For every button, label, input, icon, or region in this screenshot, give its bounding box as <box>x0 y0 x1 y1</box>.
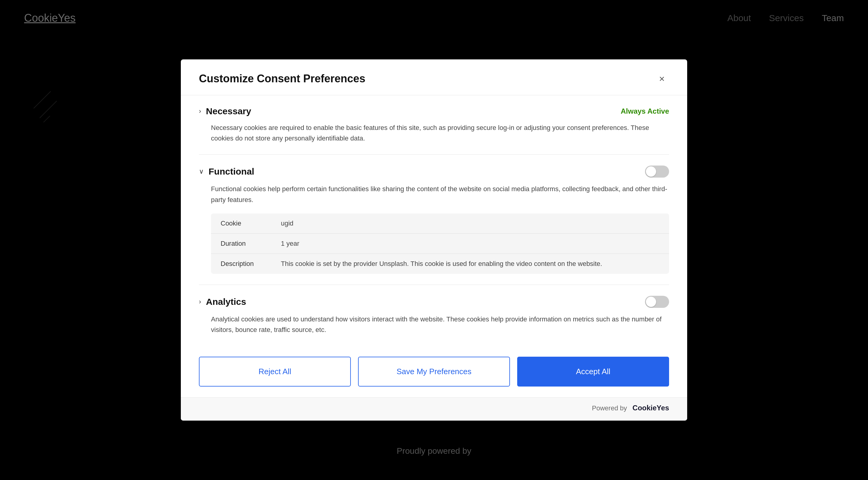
analytics-description: Analytical cookies are used to understan… <box>199 314 669 335</box>
section-functional: ∨ Functional Functional cookies help per… <box>199 155 669 284</box>
accept-all-button[interactable]: Accept All <box>517 357 669 387</box>
section-analytics-header: › Analytics <box>199 296 669 308</box>
cookie-label-cookie: Cookie <box>221 219 281 227</box>
section-necessary: › Necessary Always Active Necessary cook… <box>199 95 669 155</box>
powered-by-brand: CookieYes <box>632 404 669 412</box>
consent-modal: Customize Consent Preferences × › Necess… <box>181 59 687 421</box>
analytics-title: Analytics <box>206 297 246 307</box>
reject-all-button[interactable]: Reject All <box>199 357 351 387</box>
functional-cookie-table: Cookie ugid Duration 1 year Description … <box>211 213 669 274</box>
section-functional-header: ∨ Functional <box>199 166 669 178</box>
analytics-toggle[interactable] <box>645 296 669 308</box>
bottom-powered-text: Proudly powered by <box>397 446 471 456</box>
functional-description: Functional cookies help perform certain … <box>199 184 669 205</box>
cookie-value-duration: 1 year <box>281 240 659 247</box>
cookie-label-description: Description <box>221 260 281 268</box>
necessary-chevron-icon[interactable]: › <box>199 107 201 115</box>
save-preferences-button[interactable]: Save My Preferences <box>358 357 510 387</box>
cookie-value-cookie: ugid <box>281 219 659 227</box>
functional-title: Functional <box>209 167 254 177</box>
section-analytics: › Analytics Analytical cookies are used … <box>199 285 669 346</box>
cookie-row-description: Description This cookie is set by the pr… <box>211 254 669 274</box>
analytics-chevron-icon[interactable]: › <box>199 298 201 306</box>
cookie-value-description: This cookie is set by the provider Unspl… <box>281 260 659 268</box>
section-functional-left: ∨ Functional <box>199 167 254 177</box>
modal-body: › Necessary Always Active Necessary cook… <box>181 95 687 346</box>
modal-title: Customize Consent Preferences <box>199 72 365 85</box>
cookie-row-duration: Duration 1 year <box>211 234 669 254</box>
section-necessary-left: › Necessary <box>199 106 251 116</box>
modal-footer: Reject All Save My Preferences Accept Al… <box>181 346 687 397</box>
powered-by-bar: Powered by CookieYes <box>181 397 687 421</box>
necessary-description: Necessary cookies are required to enable… <box>199 122 669 144</box>
powered-by-text: Powered by <box>592 404 627 412</box>
functional-chevron-icon[interactable]: ∨ <box>199 168 204 176</box>
section-necessary-header: › Necessary Always Active <box>199 106 669 116</box>
section-analytics-left: › Analytics <box>199 297 246 307</box>
necessary-status: Always Active <box>621 107 669 116</box>
cookie-label-duration: Duration <box>221 240 281 247</box>
modal-header: Customize Consent Preferences × <box>181 59 687 95</box>
functional-toggle[interactable] <box>645 166 669 178</box>
close-button[interactable]: × <box>655 71 669 86</box>
cookie-row-name: Cookie ugid <box>211 213 669 234</box>
necessary-title: Necessary <box>206 106 251 116</box>
